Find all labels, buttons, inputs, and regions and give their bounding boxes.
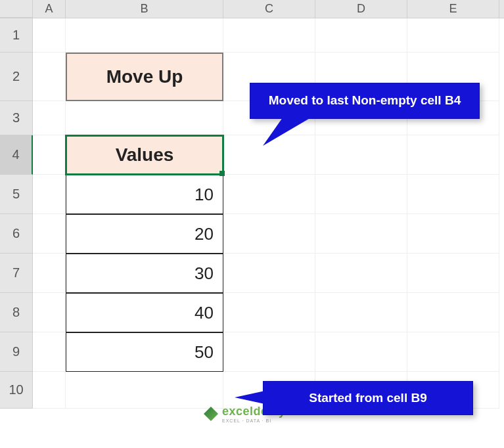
cell-A2[interactable] <box>33 53 66 101</box>
cell-D4[interactable] <box>315 135 407 175</box>
cell-B7[interactable]: 30 <box>66 254 223 293</box>
row-6: 6 20 <box>0 214 504 254</box>
row-8: 8 40 <box>0 293 504 332</box>
column-headers-row: A B C D E <box>0 0 504 18</box>
cell-B5[interactable]: 10 <box>66 175 223 214</box>
cell-C6[interactable] <box>223 214 315 254</box>
row-header-1[interactable]: 1 <box>0 18 33 53</box>
cell-A1[interactable] <box>33 18 66 53</box>
cell-E4[interactable] <box>407 135 499 175</box>
column-header-E[interactable]: E <box>407 0 499 18</box>
row-header-2[interactable]: 2 <box>0 53 33 101</box>
row-header-8[interactable]: 8 <box>0 293 33 332</box>
row-header-5[interactable]: 5 <box>0 175 33 214</box>
cell-E6[interactable] <box>407 214 499 254</box>
cell-A8[interactable] <box>33 293 66 332</box>
rows-container: 1 2 Move Up 3 4 Values <box>0 18 504 409</box>
row-4: 4 Values <box>0 135 504 175</box>
cell-D1[interactable] <box>315 18 407 53</box>
row-header-10[interactable]: 10 <box>0 372 33 409</box>
cell-E1[interactable] <box>407 18 499 53</box>
row-header-6[interactable]: 6 <box>0 214 33 254</box>
cell-B9[interactable]: 50 <box>66 332 223 372</box>
cell-B4-header[interactable]: Values <box>66 135 223 175</box>
fill-handle[interactable] <box>219 171 225 176</box>
row-header-7[interactable]: 7 <box>0 254 33 293</box>
cell-B4-text: Values <box>116 145 174 166</box>
row-header-3[interactable]: 3 <box>0 101 33 135</box>
cell-A6[interactable] <box>33 214 66 254</box>
cell-B8[interactable]: 40 <box>66 293 223 332</box>
row-header-4[interactable]: 4 <box>0 135 33 175</box>
row-header-9[interactable]: 9 <box>0 332 33 372</box>
cell-C7[interactable] <box>223 254 315 293</box>
cell-A3[interactable] <box>33 101 66 135</box>
cell-A5[interactable] <box>33 175 66 214</box>
cell-A4[interactable] <box>33 135 66 175</box>
cell-D5[interactable] <box>315 175 407 214</box>
logo-icon <box>204 407 218 421</box>
row-9: 9 50 <box>0 332 504 372</box>
cell-A9[interactable] <box>33 332 66 372</box>
column-header-D[interactable]: D <box>315 0 407 18</box>
cell-B10[interactable] <box>66 372 223 409</box>
callout-bottom: Started from cell B9 <box>263 381 473 415</box>
cell-B3[interactable] <box>66 101 223 135</box>
cell-E7[interactable] <box>407 254 499 293</box>
row-5: 5 10 <box>0 175 504 214</box>
cell-C9[interactable] <box>223 332 315 372</box>
cell-D6[interactable] <box>315 214 407 254</box>
cell-E8[interactable] <box>407 293 499 332</box>
cell-C8[interactable] <box>223 293 315 332</box>
cell-B6[interactable]: 20 <box>66 214 223 254</box>
spreadsheet-grid: A B C D E 1 2 Move Up 3 <box>0 0 504 448</box>
column-header-A[interactable]: A <box>33 0 66 18</box>
cell-C5[interactable] <box>223 175 315 214</box>
cell-A7[interactable] <box>33 254 66 293</box>
cell-A10[interactable] <box>33 372 66 409</box>
cell-E5[interactable] <box>407 175 499 214</box>
cell-B2-title[interactable]: Move Up <box>66 53 223 101</box>
row-1: 1 <box>0 18 504 53</box>
cell-B1[interactable] <box>66 18 223 53</box>
select-all-corner[interactable] <box>0 0 33 18</box>
logo-tagline: EXCEL · DATA · BI <box>222 418 286 423</box>
row-7: 7 30 <box>0 254 504 293</box>
cell-D8[interactable] <box>315 293 407 332</box>
cell-D7[interactable] <box>315 254 407 293</box>
column-header-B[interactable]: B <box>66 0 223 18</box>
cell-D9[interactable] <box>315 332 407 372</box>
column-header-C[interactable]: C <box>223 0 315 18</box>
cell-E9[interactable] <box>407 332 499 372</box>
cell-C1[interactable] <box>223 18 315 53</box>
callout-top: Moved to last Non-empty cell B4 <box>250 83 480 119</box>
